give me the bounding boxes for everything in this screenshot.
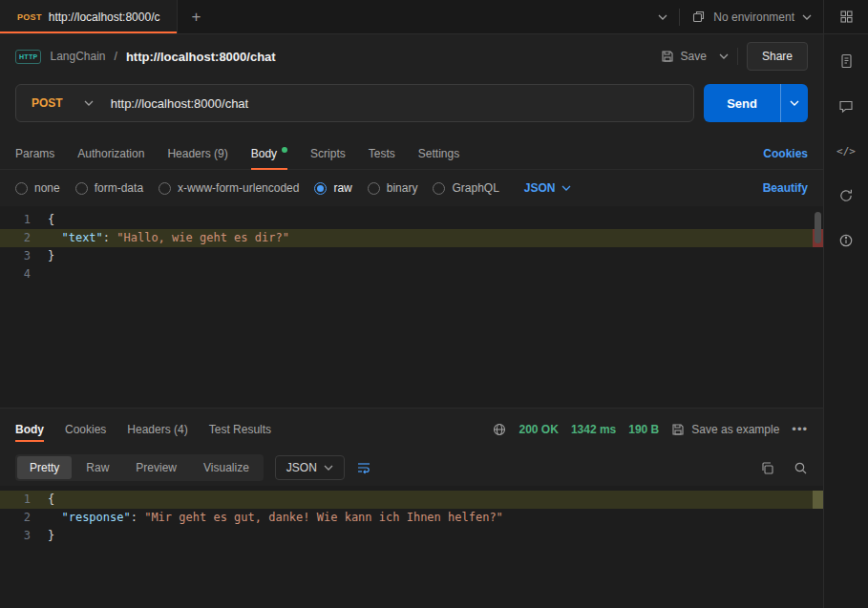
code-text: "response": "Mir geht es gut, danke! Wie… <box>38 509 503 527</box>
copy-icon[interactable] <box>760 461 774 475</box>
response-tab-test-results[interactable]: Test Results <box>209 417 271 442</box>
tab-tests[interactable]: Tests <box>369 137 395 169</box>
request-body-editor[interactable]: 1 { 2 "text": "Hallo, wie geht es dir?" … <box>0 206 823 408</box>
view-preview-button[interactable]: Preview <box>123 456 189 479</box>
wrap-line-icon[interactable] <box>356 461 371 474</box>
breadcrumb-separator: / <box>115 50 117 63</box>
body-type-none[interactable]: none <box>15 181 60 195</box>
no-environment-icon <box>691 10 706 24</box>
globe-icon[interactable] <box>492 422 507 437</box>
sidebar-top <box>824 0 868 34</box>
environment-selector[interactable]: No environment <box>691 10 812 24</box>
info-icon[interactable] <box>831 225 861 256</box>
code-line-highlighted: 2 "text": "Hallo, wie geht es dir?" <box>0 229 823 247</box>
radio-icon <box>75 182 88 195</box>
save-as-example-label: Save as example <box>691 423 779 436</box>
raw-format-label: JSON <box>524 181 556 195</box>
save-as-example-button[interactable]: Save as example <box>671 423 779 436</box>
line-number: 2 <box>0 229 38 247</box>
tabbar-right-controls: No environment <box>658 0 823 33</box>
response-toolbar: Pretty Raw Preview Visualize JSON <box>0 450 823 486</box>
response-tab-cookies[interactable]: Cookies <box>65 417 106 442</box>
code-text <box>38 265 48 283</box>
json-colon: : <box>103 231 116 244</box>
cookies-link[interactable]: Cookies <box>763 137 808 169</box>
tab-headers[interactable]: Headers (9) <box>167 137 227 169</box>
new-tab-button[interactable]: + <box>178 0 214 33</box>
code-line-highlighted: 1 { <box>0 491 823 509</box>
response-tab-headers[interactable]: Headers (4) <box>127 417 187 442</box>
documentation-icon[interactable] <box>831 46 861 76</box>
scrollbar-thumb[interactable] <box>815 212 821 243</box>
request-url-row: POST http://localhost:8000/chat Send <box>0 78 823 137</box>
body-type-graphql[interactable]: GraphQL <box>433 181 498 195</box>
raw-format-selector[interactable]: JSON <box>524 181 571 195</box>
response-size[interactable]: 190 B <box>628 423 659 436</box>
code-snippet-icon[interactable]: </> <box>831 136 861 166</box>
body-type-raw[interactable]: raw <box>314 181 351 195</box>
url-input[interactable]: http://localhost:8000/chat <box>107 85 694 121</box>
share-button[interactable]: Share <box>747 42 808 71</box>
tab-scripts[interactable]: Scripts <box>310 137 346 169</box>
response-tab-body[interactable]: Body <box>15 417 44 442</box>
view-pretty-button[interactable]: Pretty <box>17 456 72 479</box>
open-request-tab[interactable]: POST http://localhost:8000/c <box>0 0 178 33</box>
method-label: POST <box>32 96 63 110</box>
body-type-none-label: none <box>34 181 60 195</box>
tab-body-label: Body <box>251 147 277 160</box>
breadcrumb-workspace[interactable]: LangChain <box>50 50 105 63</box>
body-type-options: none form-data x-www-form-urlencoded raw… <box>0 170 823 206</box>
sync-icon[interactable] <box>831 180 861 211</box>
tab-title: http://localhost:8000/c <box>49 10 160 24</box>
method-selector[interactable]: POST <box>16 85 107 121</box>
save-icon <box>661 50 674 63</box>
send-button[interactable]: Send <box>704 84 780 122</box>
chevron-down-icon <box>802 14 812 20</box>
response-format-label: JSON <box>286 461 317 474</box>
request-name[interactable]: http://localhost:8000/chat <box>126 50 276 64</box>
body-type-binary[interactable]: binary <box>368 181 418 195</box>
grid-icon[interactable] <box>831 2 861 32</box>
body-type-form-data[interactable]: form-data <box>75 181 143 195</box>
sidebar-icon-list: </> <box>831 34 861 256</box>
save-options-chevron-icon[interactable] <box>719 53 729 59</box>
body-type-raw-label: raw <box>333 181 351 195</box>
response-tabs: Body Cookies Headers (4) Test Results 20… <box>0 408 823 450</box>
body-type-binary-label: binary <box>387 181 418 195</box>
response-time[interactable]: 1342 ms <box>571 423 616 436</box>
tab-settings[interactable]: Settings <box>418 137 459 169</box>
header-actions: Save Share <box>657 42 808 71</box>
json-colon: : <box>131 511 144 524</box>
radio-icon <box>368 182 380 195</box>
request-tabs: Params Authorization Headers (9) Body Sc… <box>0 137 823 170</box>
save-button[interactable]: Save <box>657 45 710 68</box>
radio-icon <box>15 182 28 195</box>
http-request-icon: HTTP <box>15 50 41 64</box>
body-type-urlencoded[interactable]: x-www-form-urlencoded <box>159 181 299 195</box>
code-text: { <box>38 211 54 229</box>
response-body-editor[interactable]: 1 { 2 "response": "Mir geht es gut, dank… <box>0 486 823 608</box>
radio-icon <box>433 182 445 195</box>
beautify-link[interactable]: Beautify <box>763 181 808 195</box>
chevron-down-icon <box>84 100 94 106</box>
code-line: 4 <box>0 265 823 283</box>
more-actions-button[interactable]: ••• <box>792 422 808 436</box>
view-visualize-button[interactable]: Visualize <box>191 456 262 479</box>
active-tab-underline <box>0 31 177 33</box>
radio-selected-icon <box>314 182 327 195</box>
search-icon[interactable] <box>794 461 808 475</box>
tab-body[interactable]: Body <box>251 137 287 169</box>
tab-params[interactable]: Params <box>15 137 54 169</box>
code-text: } <box>38 527 54 545</box>
view-raw-button[interactable]: Raw <box>74 456 121 479</box>
line-number: 1 <box>0 211 38 229</box>
code-text: "text": "Hallo, wie geht es dir?" <box>38 229 289 247</box>
url-container: POST http://localhost:8000/chat <box>15 84 694 122</box>
response-status[interactable]: 200 OK <box>519 423 559 436</box>
tab-authorization[interactable]: Authorization <box>77 137 144 169</box>
send-options-button[interactable] <box>780 84 808 122</box>
chevron-down-icon[interactable] <box>658 14 667 20</box>
response-format-selector[interactable]: JSON <box>275 455 345 480</box>
comments-icon[interactable] <box>831 91 861 121</box>
environment-label: No environment <box>713 10 794 24</box>
